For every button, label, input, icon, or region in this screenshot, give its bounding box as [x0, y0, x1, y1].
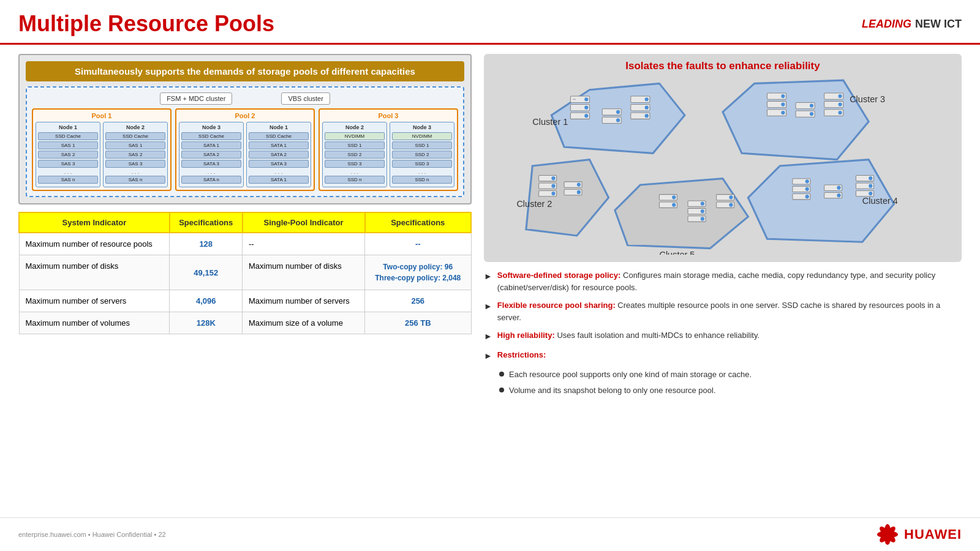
single-spec-3: 256 [365, 290, 471, 312]
svg-point-54 [805, 179, 809, 183]
brand-logo: LEADING NEW ICT [862, 18, 962, 31]
single-indicator-4: Maximum size of a volume [243, 312, 365, 334]
svg-point-44 [551, 176, 555, 180]
brand-new-ict: NEW ICT [915, 18, 962, 31]
main-content: Simultaneously supports the demands of s… [0, 45, 980, 522]
diagram-inner: FSM + MDC cluster VBS cluster Pool 1 Nod… [26, 86, 464, 197]
svg-point-34 [810, 104, 813, 108]
arrow-icon-3: ► [484, 330, 492, 343]
pool-3-label: Pool 3 [322, 112, 454, 119]
system-indicator-1: Maximum number of resource pools [19, 233, 170, 255]
pool-3-nodes: Node 2 NVDIMM SSD 1 SSD 2 SSD 3 . . . SS… [322, 122, 454, 187]
single-indicator-2: Maximum number of disks [243, 255, 365, 290]
svg-point-68 [869, 192, 872, 195]
pool-2-nodes: Node 3 SSD Cache SATA 1 SATA 2 SATA 3 . … [179, 122, 311, 187]
single-spec-4: 256 TB [365, 312, 471, 334]
svg-point-70 [672, 195, 676, 199]
svg-point-40 [839, 102, 842, 106]
feature-label-4: Restrictions: [497, 350, 546, 359]
bullet-dot-2 [499, 388, 504, 392]
right-panel: Isolates the faults to enhance reliabili… [484, 54, 962, 513]
arrow-icon-1: ► [484, 270, 492, 283]
svg-text:Cluster 5: Cluster 5 [659, 250, 695, 255]
page-title: Multiple Resource Pools [18, 11, 274, 37]
svg-point-72 [672, 203, 676, 207]
huawei-name: HUAWEI [904, 527, 962, 542]
svg-point-38 [839, 94, 842, 98]
pool-2-label: Pool 2 [179, 112, 311, 119]
pool3-node2: Node 2 NVDIMM SSD 1 SSD 2 SSD 3 . . . SS… [322, 122, 387, 187]
feature-item-3: ► High reliability: Uses fault isolation… [484, 329, 962, 343]
pools-container: Pool 1 Node 1 SSD Cache SAS 1 SAS 2 SAS … [32, 108, 458, 191]
restrictions-list: Each resource pool supports only one kin… [499, 369, 962, 396]
feature-item-4: ► Restrictions: [484, 349, 962, 362]
svg-marker-2 [723, 80, 869, 159]
col-single-pool-indicator: Single-Pool Indicator [243, 212, 365, 233]
svg-marker-6 [615, 179, 748, 249]
vbs-box: VBS cluster [281, 92, 330, 105]
cluster-diagram-svg: Cluster 1 Cluster 3 Cluster 2 Cluster 5 … [490, 77, 956, 255]
spec-1: 128 [170, 233, 243, 255]
svg-point-56 [805, 187, 809, 191]
pool-1-section: Pool 1 Node 1 SSD Cache SAS 1 SAS 2 SAS … [32, 108, 172, 191]
svg-point-16 [584, 114, 588, 118]
svg-point-22 [645, 97, 649, 101]
single-indicator-1: -- [243, 233, 365, 255]
left-panel: Simultaneously supports the demands of s… [18, 54, 472, 513]
svg-marker-4 [526, 160, 609, 236]
table-row: Maximum number of disks 49,152 Maximum n… [19, 255, 471, 290]
table-row: Maximum number of volumes 128K Maximum s… [19, 312, 471, 334]
table-row: Maximum number of servers 4,096 Maximum … [19, 290, 471, 312]
pool-2-section: Pool 2 Node 3 SSD Cache SATA 1 SATA 2 SA… [175, 108, 315, 191]
arrow-icon-2: ► [484, 300, 492, 313]
pool-1-label: Pool 1 [36, 112, 168, 119]
feature-item-1: ► Software-defined storage policy: Confi… [484, 269, 962, 293]
col-specifications: Specifications [170, 212, 243, 233]
svg-point-74 [701, 202, 704, 206]
feature-item-2: ► Flexible resource pool sharing: Create… [484, 299, 962, 323]
svg-point-78 [701, 217, 704, 220]
pool1-node2: Node 2 SSD Cache SAS 1 SAS 2 SAS 3 . . .… [103, 122, 168, 187]
svg-point-58 [805, 195, 809, 198]
svg-point-12 [584, 97, 588, 101]
svg-point-64 [869, 176, 872, 180]
footer-text: enterprise.huawei.com • Huawei Confident… [18, 531, 166, 538]
arrow-icon-4: ► [484, 350, 492, 362]
svg-point-24 [645, 106, 649, 110]
svg-point-46 [551, 184, 555, 188]
feature-label-2: Flexible resource pool sharing: [497, 301, 616, 310]
pool-1-nodes: Node 1 SSD Cache SAS 1 SAS 2 SAS 3 . . .… [36, 122, 168, 187]
cluster-diagram-box: Isolates the faults to enhance reliabili… [484, 54, 962, 262]
svg-point-62 [837, 193, 840, 197]
spec-4: 128K [170, 312, 243, 334]
pool2-node1: Node 1 SSD Cache SATA 1 SATA 2 SATA 3 . … [246, 122, 311, 187]
svg-text:Cluster 1: Cluster 1 [532, 117, 568, 127]
diagram-box: Simultaneously supports the demands of s… [18, 54, 472, 204]
system-indicator-3: Maximum number of servers [19, 290, 170, 312]
cluster-line: FSM + MDC cluster VBS cluster [32, 92, 458, 105]
fsm-box: FSM + MDC cluster [160, 92, 232, 105]
system-indicator-2: Maximum number of disks [19, 255, 170, 290]
page-header: Multiple Resource Pools LEADING NEW ICT [0, 0, 980, 45]
svg-point-48 [551, 192, 555, 195]
pool2-node3: Node 3 SSD Cache SATA 1 SATA 2 SATA 3 . … [179, 122, 244, 187]
brand-leading: LEADING [862, 18, 911, 31]
svg-point-60 [837, 186, 840, 190]
system-indicator-4: Maximum number of volumes [19, 312, 170, 334]
svg-point-82 [729, 203, 733, 207]
svg-point-50 [577, 182, 581, 186]
svg-point-80 [729, 195, 733, 199]
restriction-1: Each resource pool supports only one kin… [499, 369, 962, 381]
svg-point-76 [701, 209, 704, 213]
svg-text:Cluster 3: Cluster 3 [850, 94, 885, 104]
spec-table: System Indicator Specifications Single-P… [18, 212, 472, 334]
feature-text-1: Software-defined storage policy: Configu… [497, 269, 962, 293]
huawei-flower-icon [876, 523, 899, 546]
table-row: Maximum number of resource pools 128 -- … [19, 233, 471, 255]
spec-2: 49,152 [170, 255, 243, 290]
feature-label-1: Software-defined storage policy: [497, 271, 621, 280]
svg-text:Cluster 4: Cluster 4 [862, 196, 898, 206]
pool1-node1: Node 1 SSD Cache SAS 1 SAS 2 SAS 3 . . .… [36, 122, 100, 187]
bullet-dot-1 [499, 372, 504, 377]
restriction-2: Volume and its snapshot belong to only o… [499, 384, 962, 397]
